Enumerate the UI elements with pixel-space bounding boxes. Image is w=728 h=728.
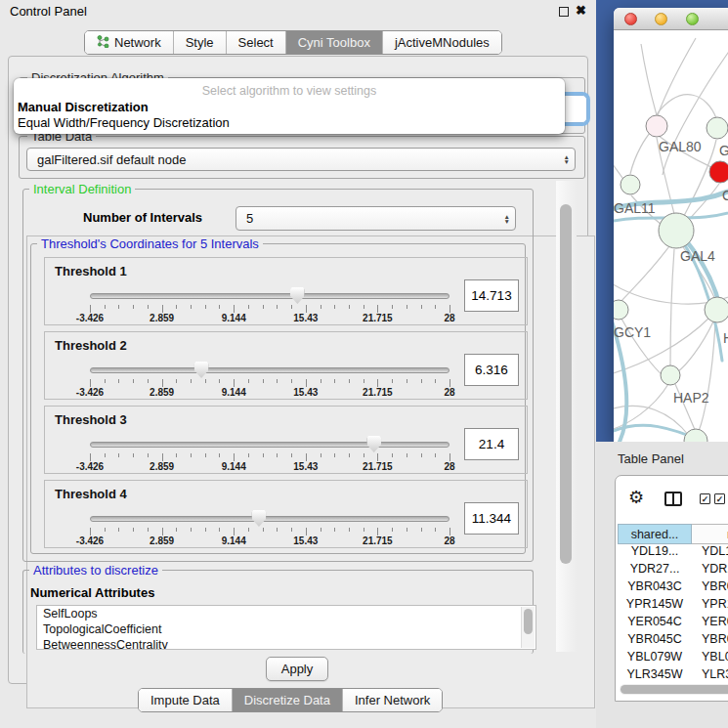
vertical-scrollbar-thumb[interactable] — [560, 204, 572, 564]
shared-name-cell[interactable]: YDR27... — [618, 562, 692, 579]
threshold-slider[interactable]: -3.4262.8599.14415.4321.71528 — [90, 481, 450, 549]
attributes-scrollbar[interactable] — [521, 607, 535, 648]
tab-infer-network[interactable]: Infer Network — [343, 689, 442, 711]
table-row[interactable]: YER054CYER0 — [618, 615, 728, 632]
tick-mark — [105, 305, 106, 309]
tab-discretize-data[interactable]: Discretize Data — [233, 689, 343, 711]
network-node[interactable] — [684, 429, 707, 442]
number-of-intervals-combobox[interactable]: 5 ▲▼ — [236, 206, 516, 231]
tab-impute-data[interactable]: Impute Data — [139, 689, 233, 711]
slider-ticks — [90, 379, 450, 387]
table-row[interactable]: YDL19...YDL1 — [618, 544, 728, 562]
close-icon[interactable]: ✖ — [576, 3, 586, 18]
tab-select[interactable]: Select — [227, 31, 286, 54]
network-node-hap2[interactable] — [661, 365, 680, 385]
threshold-slider[interactable]: -3.4262.8599.14415.4321.71528 — [90, 407, 450, 475]
network-node-gal80[interactable] — [646, 115, 667, 137]
horizontal-scrollbar[interactable] — [620, 684, 728, 695]
shared-name-cell[interactable]: YER054C — [618, 615, 692, 632]
checkbox-checked-icon[interactable]: ✓ — [714, 493, 725, 504]
column-header-name[interactable]: n — [692, 524, 728, 544]
tick-mark — [118, 453, 119, 457]
network-canvas[interactable]: GAL80GACGAL11GAL4GCY1HHAP2 — [614, 30, 728, 442]
name-cell[interactable]: YBR0 — [692, 632, 728, 650]
column-header-shared-name[interactable]: shared... — [618, 524, 692, 544]
name-cell[interactable]: YER0 — [692, 615, 728, 632]
attribute-item[interactable]: TopologicalCoefficient — [37, 621, 535, 637]
name-cell[interactable]: YBL0 — [692, 650, 728, 667]
tick-mark — [205, 305, 206, 309]
minimize-traffic-light-icon[interactable] — [655, 13, 667, 25]
apply-button[interactable]: Apply — [266, 657, 328, 681]
network-node-c[interactable] — [709, 161, 728, 183]
table-row[interactable]: YBL079WYBL0 — [618, 650, 728, 667]
attribute-item[interactable]: BetweennessCentrality — [37, 637, 535, 650]
network-node-ga[interactable] — [707, 117, 728, 139]
threshold-value-field[interactable]: 6.316 — [464, 354, 519, 386]
tick-label: 2.859 — [150, 461, 174, 472]
threshold-value-field[interactable]: 14.713 — [464, 279, 519, 312]
node-label: GA — [719, 143, 728, 158]
table-row[interactable]: YBR045CYBR0 — [618, 632, 728, 650]
tab-cyni-toolbox[interactable]: Cyni Toolbox — [286, 31, 383, 54]
threshold-value-field[interactable]: 11.344 — [464, 502, 519, 535]
tab-network[interactable]: Network — [85, 31, 174, 54]
float-window-icon[interactable] — [559, 7, 569, 17]
threshold-slider[interactable]: -3.4262.8599.14415.4321.71528 — [90, 332, 450, 401]
columns-icon[interactable] — [664, 492, 682, 506]
tick-mark — [306, 305, 307, 313]
shared-name-cell[interactable]: YBR043C — [618, 579, 692, 597]
name-cell[interactable]: YLR3 — [692, 667, 728, 685]
slider-track[interactable] — [90, 442, 450, 448]
network-node-gal4[interactable] — [659, 213, 694, 248]
tick-mark — [90, 305, 91, 313]
slider-track[interactable] — [90, 516, 450, 522]
threshold-slider[interactable]: -3.4262.8599.14415.4321.71528 — [90, 258, 450, 326]
slider-thumb[interactable] — [194, 362, 209, 378]
name-cell[interactable]: YBR0 — [692, 579, 728, 597]
shared-name-cell[interactable]: YBR045C — [618, 632, 692, 650]
tick-mark — [90, 453, 91, 461]
tick-label: 9.144 — [222, 313, 246, 323]
network-node-h[interactable] — [705, 297, 728, 322]
attribute-item[interactable]: SelfLoops — [37, 606, 535, 621]
table-row[interactable]: YDR27...YDR2 — [618, 562, 728, 579]
network-node-gcy1[interactable] — [614, 300, 628, 320]
tab-style[interactable]: Style — [174, 31, 227, 54]
name-cell[interactable]: YDL1 — [692, 544, 728, 562]
shared-name-cell[interactable]: YDL19... — [618, 544, 692, 562]
tab-jactivemnodules[interactable]: jActiveMNodules — [383, 31, 501, 54]
dropdown-item[interactable]: Equal Width/Frequency Discretization — [18, 115, 230, 130]
horizontal-scrollbar-thumb[interactable] — [621, 685, 728, 694]
table-row[interactable]: YPR145WYPR1 — [618, 597, 728, 615]
slider-thumb[interactable] — [290, 287, 305, 304]
shared-name-cell[interactable]: YBL079W — [618, 650, 692, 667]
table-row[interactable]: YLR345WYLR3 — [618, 667, 728, 685]
name-cell[interactable]: YDR2 — [692, 562, 728, 579]
gear-icon[interactable]: ⚙ — [628, 489, 644, 506]
name-cell[interactable]: YPR1 — [692, 597, 728, 615]
tick-mark — [421, 379, 422, 383]
table-row[interactable]: YBR043CYBR0 — [618, 579, 728, 597]
tick-mark — [148, 528, 149, 532]
combobox-stepper-icon: ▲▼ — [564, 154, 570, 164]
attributes-scrollbar-thumb[interactable] — [524, 609, 533, 634]
network-node-gal11[interactable] — [621, 175, 640, 194]
tick-mark — [291, 379, 292, 383]
network-window-titlebar[interactable] — [614, 8, 728, 30]
zoom-traffic-light-icon[interactable] — [686, 13, 699, 25]
shared-name-cell[interactable]: YPR145W — [618, 597, 692, 615]
vertical-scrollbar[interactable] — [556, 181, 577, 652]
numerical-attributes-list[interactable]: SelfLoopsTopologicalCoefficientBetweenne… — [36, 605, 536, 650]
dropdown-item[interactable]: Manual Discretization — [18, 100, 149, 114]
table-data-combobox[interactable]: galFiltered.sif default node ▲▼ — [26, 148, 576, 171]
close-traffic-light-icon[interactable] — [624, 13, 637, 25]
threshold-value-field[interactable]: 21.4 — [464, 428, 519, 460]
tick-mark — [263, 305, 264, 309]
shared-name-cell[interactable]: YLR345W — [618, 667, 692, 685]
slider-track[interactable] — [90, 293, 450, 299]
checkbox-checked-icon[interactable]: ✓ — [700, 493, 710, 504]
slider-thumb[interactable] — [251, 510, 266, 527]
slider-thumb[interactable] — [366, 436, 381, 452]
slider-track[interactable] — [90, 367, 450, 373]
